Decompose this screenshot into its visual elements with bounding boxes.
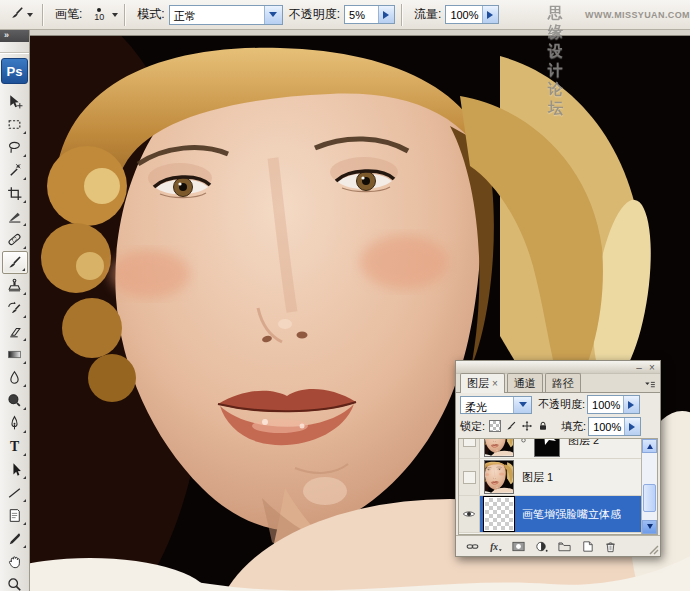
link-layers-icon[interactable]: [464, 538, 481, 554]
tab-channels[interactable]: 通道: [507, 373, 543, 392]
slice-tool[interactable]: [2, 205, 28, 228]
eyedropper-tool[interactable]: [2, 527, 28, 550]
scroll-up-icon[interactable]: [642, 439, 657, 453]
chevron-down-icon[interactable]: [112, 13, 118, 20]
layer-fill-value: 100%: [589, 418, 624, 435]
layer-opacity-field[interactable]: 100%: [587, 395, 640, 414]
visibility-toggle[interactable]: [459, 459, 480, 495]
new-layer-icon[interactable]: [579, 538, 596, 554]
lock-all-icon[interactable]: [536, 419, 550, 433]
mode-value: 正常: [170, 6, 264, 24]
minimize-button[interactable]: –: [634, 363, 644, 372]
tool-panel: » Ps T ⇄: [0, 30, 30, 591]
divider: [42, 4, 43, 26]
zoom-tool[interactable]: [2, 573, 28, 591]
layer-name: 图层 2: [568, 439, 599, 448]
marquee-tool[interactable]: [2, 113, 28, 136]
blur-tool[interactable]: [2, 366, 28, 389]
blend-options-row: 柔光 不透明度: 100%: [456, 393, 660, 415]
layer-blend-mode-select[interactable]: 柔光: [460, 396, 532, 414]
layer-row[interactable]: 图层 2: [459, 439, 642, 459]
crop-tool[interactable]: [2, 182, 28, 205]
scroll-track[interactable]: [642, 453, 657, 520]
healing-brush-tool[interactable]: [2, 228, 28, 251]
hand-tool-icon: [6, 553, 23, 570]
magic-wand-tool-icon: [6, 162, 23, 179]
close-tab-icon[interactable]: ×: [492, 378, 498, 389]
layer-thumbnail[interactable]: [484, 497, 514, 531]
notes-tool[interactable]: [2, 504, 28, 527]
layer-row[interactable]: 画笔增强脸嘴立体感: [459, 496, 642, 533]
chevron-down-icon[interactable]: [264, 6, 282, 24]
scrollbar[interactable]: [641, 439, 657, 534]
layer-style-icon[interactable]: fx: [487, 538, 504, 554]
delete-layer-icon[interactable]: [602, 538, 619, 554]
current-tool-button[interactable]: [6, 4, 36, 26]
dodge-tool-icon: [6, 392, 23, 409]
flow-label: 流量:: [414, 6, 441, 23]
history-brush-tool[interactable]: [2, 297, 28, 320]
zoom-tool-icon: [6, 576, 23, 591]
layer-mask-thumbnail[interactable]: [534, 439, 560, 457]
tab-layers[interactable]: 图层×: [460, 373, 505, 393]
layer-thumbnail[interactable]: [484, 460, 514, 494]
visibility-eye-icon[interactable]: [459, 496, 480, 532]
tab-paths[interactable]: 路径: [545, 373, 581, 392]
layer-row[interactable]: 图层 1: [459, 459, 642, 496]
layer-fill-field[interactable]: 100%: [588, 417, 641, 436]
lock-transparency-icon[interactable]: [488, 419, 502, 433]
opacity-field[interactable]: 5%: [344, 5, 395, 24]
brush-preset-picker[interactable]: 10: [86, 3, 112, 27]
lock-paint-icon[interactable]: [504, 419, 518, 433]
gradient-tool[interactable]: [2, 343, 28, 366]
mode-label: 模式:: [137, 6, 164, 23]
lock-position-icon[interactable]: [520, 419, 534, 433]
mask-link-icon[interactable]: [518, 439, 529, 447]
pen-tool-icon: [6, 415, 23, 432]
crop-tool-icon: [6, 185, 23, 202]
layer-thumbnail[interactable]: [484, 439, 514, 457]
adjustment-layer-icon[interactable]: [533, 538, 550, 554]
move-tool[interactable]: [2, 90, 28, 113]
eraser-tool[interactable]: [2, 320, 28, 343]
panel-menu-icon[interactable]: [643, 378, 657, 390]
marquee-tool-icon: [6, 116, 23, 133]
arrow-right-icon[interactable]: [624, 418, 640, 435]
arrow-right-icon[interactable]: [482, 6, 498, 23]
layer-name: 画笔增强脸嘴立体感: [522, 507, 621, 522]
collapse-panel-button[interactable]: »: [0, 30, 29, 42]
opacity-label: 不透明度:: [289, 6, 340, 23]
line-tool[interactable]: [2, 481, 28, 504]
scroll-down-icon[interactable]: [642, 520, 657, 534]
healing-brush-tool-icon: [6, 231, 23, 248]
magic-wand-tool[interactable]: [2, 159, 28, 182]
layer-opacity-value: 100%: [588, 396, 623, 413]
add-mask-icon[interactable]: [510, 538, 527, 554]
hand-tool[interactable]: [2, 550, 28, 573]
pen-tool[interactable]: [2, 412, 28, 435]
lasso-tool[interactable]: [2, 136, 28, 159]
panel-tabs: 图层× 通道 路径: [456, 374, 660, 393]
brush-tool-icon: [6, 254, 23, 271]
chevron-down-icon[interactable]: [513, 397, 531, 413]
resize-grip[interactable]: [647, 543, 659, 555]
divider: [401, 4, 402, 26]
line-tool-icon: [6, 484, 23, 501]
opacity-value: 5%: [345, 6, 378, 23]
new-group-icon[interactable]: [556, 538, 573, 554]
type-tool[interactable]: T: [2, 435, 28, 458]
close-button[interactable]: ×: [647, 363, 657, 372]
dodge-tool[interactable]: [2, 389, 28, 412]
arrow-right-icon[interactable]: [623, 396, 639, 413]
path-selection-tool-icon: [6, 461, 23, 478]
path-selection-tool[interactable]: [2, 458, 28, 481]
clone-stamp-tool[interactable]: [2, 274, 28, 297]
photoshop-logo: Ps: [1, 58, 28, 84]
move-tool-icon: [6, 93, 23, 110]
flow-field[interactable]: 100%: [445, 5, 498, 24]
arrow-right-icon[interactable]: [378, 6, 394, 23]
brush-tool[interactable]: [2, 251, 28, 274]
blend-mode-select[interactable]: 正常: [169, 5, 283, 25]
scroll-thumb[interactable]: [643, 484, 656, 512]
visibility-toggle[interactable]: [459, 439, 480, 458]
